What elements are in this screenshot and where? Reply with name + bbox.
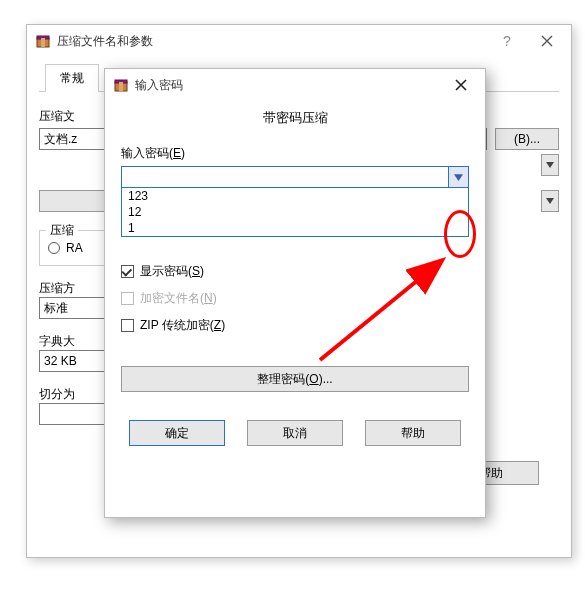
password-dropdown-list[interactable]: 123 12 1 — [121, 188, 469, 237]
svg-rect-5 — [119, 82, 123, 91]
password-titlebar: 输入密码 — [105, 69, 485, 101]
checkbox-icon — [121, 265, 134, 278]
password-close-button[interactable] — [441, 71, 481, 99]
password-option[interactable]: 12 — [122, 204, 468, 220]
password-input[interactable] — [122, 167, 448, 187]
archive-dropdown-button[interactable] — [541, 154, 559, 176]
password-option[interactable]: 1 — [122, 220, 468, 236]
password-help-button[interactable]: 帮助 — [365, 420, 461, 446]
password-combobox[interactable] — [121, 166, 469, 188]
password-heading: 带密码压缩 — [105, 109, 485, 127]
format-label: 压缩 — [46, 222, 78, 239]
password-label: 输入密码(E) — [121, 145, 469, 162]
password-dialog: 输入密码 带密码压缩 输入密码(E) 123 12 1 显示密码(S) 加密文件… — [104, 68, 486, 518]
archive-icon — [113, 77, 129, 93]
parent-title: 压缩文件名和参数 — [57, 33, 487, 50]
close-button[interactable] — [527, 27, 567, 55]
password-cancel-button[interactable]: 取消 — [247, 420, 343, 446]
browse-button[interactable]: (B)... — [495, 128, 559, 150]
zip-legacy-checkbox[interactable]: ZIP 传统加密(Z) — [121, 317, 469, 334]
password-ok-button[interactable]: 确定 — [129, 420, 225, 446]
dict-combo[interactable]: 32 KB — [39, 350, 111, 372]
parent-titlebar: 压缩文件名和参数 ? — [27, 25, 571, 57]
update-mode-dropdown[interactable] — [541, 190, 559, 212]
method-combo[interactable]: 标准 — [39, 297, 111, 319]
show-password-checkbox[interactable]: 显示密码(S) — [121, 263, 469, 280]
encrypt-filenames-checkbox: 加密文件名(N) — [121, 290, 469, 307]
checkbox-icon — [121, 319, 134, 332]
tab-general[interactable]: 常规 — [45, 64, 99, 92]
password-body: 输入密码(E) 123 12 1 显示密码(S) 加密文件名(N) ZIP 传统… — [105, 145, 485, 462]
svg-rect-2 — [41, 38, 45, 47]
checkbox-icon — [121, 292, 134, 305]
format-rar-radio[interactable]: RA — [48, 241, 110, 255]
password-title: 输入密码 — [135, 77, 441, 94]
archive-icon — [35, 33, 51, 49]
password-option[interactable]: 123 — [122, 188, 468, 204]
help-button[interactable]: ? — [487, 27, 527, 55]
password-buttonrow: 确定 取消 帮助 — [121, 420, 469, 462]
organize-passwords-button[interactable]: 整理密码(O)... — [121, 366, 469, 392]
password-dropdown-button[interactable] — [448, 167, 468, 187]
